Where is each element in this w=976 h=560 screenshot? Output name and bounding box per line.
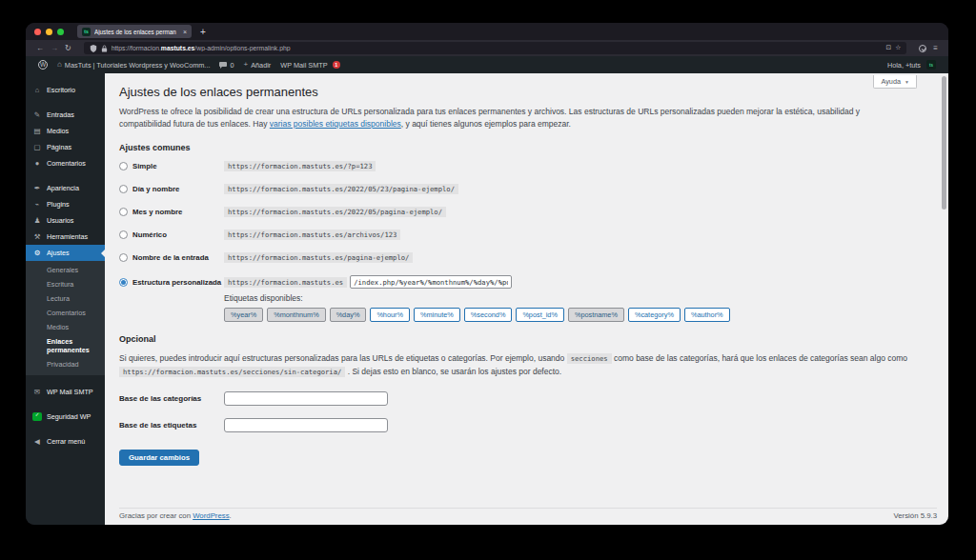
url-text: https://formacion.mastuts.es/wp-admin/op… xyxy=(112,45,883,51)
permalink-tag-button[interactable]: %minute% xyxy=(414,308,460,322)
sidebar-item[interactable]: ⌂ Escritorio xyxy=(26,82,105,98)
account-badge-icon[interactable] xyxy=(919,45,926,52)
sidebar-subitem[interactable]: Privacidad xyxy=(26,357,105,371)
optional-heading: Opcional xyxy=(119,334,937,344)
sidebar-subitem[interactable]: Lectura xyxy=(26,291,105,306)
plugins-icon: ⌁ xyxy=(32,201,42,209)
back-icon[interactable]: ← xyxy=(36,45,44,52)
collapse-menu-icon: ◀ xyxy=(32,438,42,446)
tag-base-label: Base de las etiquetas xyxy=(119,421,224,430)
settings-submenu: Generales Escritura Lectura Comentarios … xyxy=(26,261,105,375)
comment-bubble-icon xyxy=(219,62,227,67)
tag-base-input[interactable] xyxy=(224,418,388,432)
home-icon: ⌂ xyxy=(57,61,62,69)
permalink-tag-button[interactable]: %author% xyxy=(684,308,730,322)
permalink-tag-button[interactable]: %hour% xyxy=(370,308,410,322)
permalink-tag-button[interactable]: %second% xyxy=(464,308,513,322)
option-label: Día y nombre xyxy=(132,185,224,193)
sidebar-item-label: Cerrar menú xyxy=(47,437,85,446)
browser-tab-bar: ts Ajustes de los enlaces perman × + xyxy=(26,23,948,40)
browser-tab[interactable]: ts Ajustes de los enlaces perman × xyxy=(77,25,192,38)
sidebar-subitem[interactable]: Medios xyxy=(26,320,105,334)
sidebar-item[interactable]: ✎ Entradas xyxy=(26,107,105,123)
site-favicon-icon: ts xyxy=(82,28,91,36)
save-page-icon[interactable]: ⊡ xyxy=(886,45,892,51)
sidebar-item[interactable]: ✒ Apariencia xyxy=(26,180,105,196)
lock-icon[interactable] xyxy=(101,45,108,52)
maximize-window-button[interactable] xyxy=(57,29,64,35)
radio-button[interactable] xyxy=(119,253,128,262)
category-base-input[interactable] xyxy=(224,391,388,406)
sidebar-item[interactable]: ● Comentarios xyxy=(26,155,105,171)
help-button[interactable]: Ayuda▼ xyxy=(873,75,917,89)
sidebar-item[interactable]: ▤ Medios xyxy=(26,123,105,139)
sidebar-menu: ⌂ Escritorio ✎ Entradas ▤ Medios xyxy=(26,82,105,261)
radio-button[interactable] xyxy=(119,208,128,216)
permalink-tag-button[interactable]: %postname% xyxy=(568,308,624,322)
radio-button[interactable] xyxy=(119,230,128,239)
custom-structure-input[interactable] xyxy=(350,275,512,289)
sidebar-item[interactable]: ✉ WP Mail SMTP xyxy=(26,384,105,400)
wp-mail-smtp-menu[interactable]: WP Mail SMTP1 xyxy=(275,56,344,73)
sidebar-item-label: Usuarios xyxy=(47,216,73,225)
save-changes-button[interactable]: Guardar cambios xyxy=(119,450,199,466)
permalink-settings-page: Ayuda▼ Ajustes de los enlaces permanente… xyxy=(105,73,948,525)
shield-icon[interactable] xyxy=(90,45,97,52)
permalink-options: Simple https://formacion.mastuts.es/?p=1… xyxy=(119,161,937,263)
sidebar-item-label: Plugins xyxy=(47,200,70,209)
sidebar-item-label: Apariencia xyxy=(47,184,79,192)
close-window-button[interactable] xyxy=(34,29,41,35)
sidebar-subitem[interactable]: Enlaces permanentes xyxy=(26,334,105,357)
bookmark-star-icon[interactable]: ☆ xyxy=(895,45,901,51)
example-url: https://formacion.mastuts.es/?p=123 xyxy=(224,161,376,171)
footer: Gracias por crear con WordPress. Versión… xyxy=(119,508,937,525)
minimize-window-button[interactable] xyxy=(46,29,52,35)
users-icon: ♟ xyxy=(32,217,42,225)
new-tab-button[interactable]: + xyxy=(200,27,206,37)
site-name-menu[interactable]: ⌂MasTuts | Tutoriales Wordpress y WooCom… xyxy=(52,56,214,73)
radio-button[interactable] xyxy=(119,185,128,193)
radio-button[interactable] xyxy=(119,162,128,170)
permalink-tag-button[interactable]: %year% xyxy=(224,308,263,322)
permalink-tag-button[interactable]: %monthnum% xyxy=(267,308,325,322)
sidebar-item[interactable]: ◀ Cerrar menú xyxy=(26,433,105,450)
reload-icon[interactable]: ↻ xyxy=(65,45,71,52)
sidebar-subitem[interactable]: Escritura xyxy=(26,277,105,291)
sidebar-subitem[interactable]: Generales xyxy=(26,263,105,277)
sidebar-item[interactable]: ⌁ Plugins xyxy=(26,196,105,212)
tab-close-icon[interactable]: × xyxy=(183,29,187,35)
option-label: Numérico xyxy=(132,230,224,239)
sidebar-item-label: Escritorio xyxy=(47,86,75,94)
comments-menu[interactable]: 0 xyxy=(214,56,238,73)
sidebar-item[interactable]: ✓ Seguridad WP xyxy=(26,409,105,425)
url-bar[interactable]: https://formacion.mastuts.es/wp-admin/op… xyxy=(84,42,907,54)
sidebar-item-label: WP Mail SMTP xyxy=(47,388,93,396)
example-url: https://formacion.mastuts.es/archivos/12… xyxy=(224,230,400,240)
sidebar-item[interactable]: ♟ Usuarios xyxy=(26,212,105,229)
wordpress-link[interactable]: WordPress xyxy=(193,511,229,520)
example-url: https://formacion.mastuts.es/2022/05/pag… xyxy=(224,207,446,217)
wp-logo-menu[interactable]: W xyxy=(33,56,52,73)
notification-badge: 1 xyxy=(333,61,340,69)
sidebar-item[interactable]: ▢ Páginas xyxy=(26,139,105,155)
permalink-tag-button[interactable]: %post_id% xyxy=(516,308,564,322)
sidebar-item[interactable]: ⚒ Herramientas xyxy=(26,229,105,245)
scrollbar-thumb[interactable] xyxy=(942,76,946,210)
example-url: https://formacion.mastuts.es/2022/05/23/… xyxy=(224,184,458,194)
radio-button-selected[interactable] xyxy=(119,278,128,287)
dashboard-icon: ⌂ xyxy=(32,87,42,94)
sidebar-subitem[interactable]: Comentarios xyxy=(26,306,105,320)
comments-icon: ● xyxy=(32,160,42,168)
my-account-menu[interactable]: Hola, +tutsts xyxy=(883,56,941,73)
forward-icon[interactable]: → xyxy=(51,45,58,52)
sidebar-item-label: Páginas xyxy=(47,143,71,151)
sidebar-item[interactable]: ⚙ Ajustes xyxy=(26,245,105,261)
version-label: Versión 5.9.3 xyxy=(893,511,937,520)
new-content-menu[interactable]: +Añadir xyxy=(239,56,276,73)
permalink-option-row: Mes y nombre https://formacion.mastuts.e… xyxy=(119,207,937,217)
custom-structure-prefix: https://formacion.mastuts.es xyxy=(224,277,347,288)
hamburger-menu-icon[interactable]: ≡ xyxy=(933,45,938,52)
available-tags-link[interactable]: varias posibles etiquetas disponibles xyxy=(270,119,401,129)
permalink-tag-button[interactable]: %day% xyxy=(330,308,367,322)
permalink-tag-button[interactable]: %category% xyxy=(628,308,681,322)
